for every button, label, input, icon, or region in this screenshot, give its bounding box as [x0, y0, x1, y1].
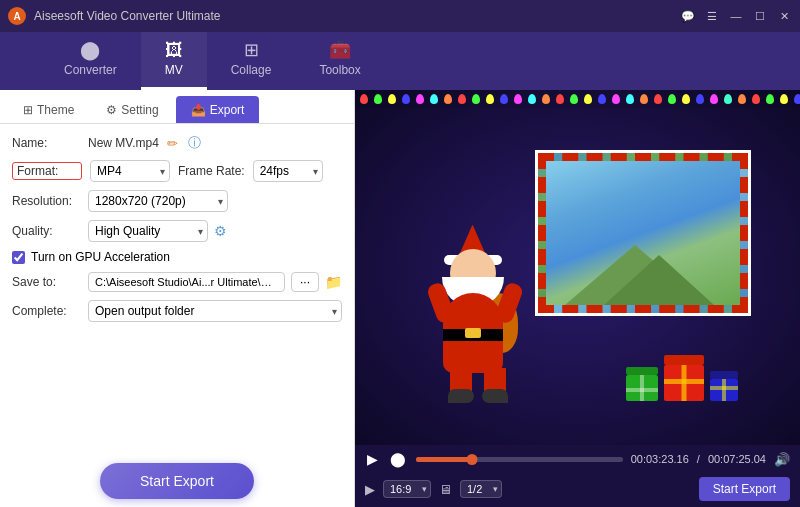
stop-button[interactable]: ⬤: [388, 451, 408, 467]
video-controls-2: ▶ 16:94:31:1 🖥 1/2 Start Export: [355, 473, 800, 507]
quality-label: Quality:: [12, 224, 82, 238]
name-info-button[interactable]: ⓘ: [186, 134, 203, 152]
light-bulb: [612, 94, 620, 104]
santa: [428, 233, 518, 403]
gift-2: [664, 355, 704, 401]
tab-converter[interactable]: ⬤ Converter: [40, 31, 141, 90]
gift-ribbon-h-1: [626, 388, 658, 392]
light-bulb: [374, 94, 382, 104]
saveto-browse-button[interactable]: ···: [291, 272, 319, 292]
quality-select-wrapper: High QualityStandard QualityLow Quality: [88, 220, 208, 242]
tab-toolbox-label: Toolbox: [319, 63, 360, 77]
theme-tab-icon: ⊞: [23, 103, 33, 117]
santa-boot-right: [482, 389, 508, 403]
format-select-wrapper: MP4MOVAVIMKV: [90, 160, 170, 182]
subtab-theme[interactable]: ⊞ Theme: [8, 96, 89, 123]
resolution-label: Resolution:: [12, 194, 82, 208]
time-separator: /: [697, 453, 700, 465]
play-button[interactable]: ▶: [365, 451, 380, 467]
light-bulb: [360, 94, 368, 104]
light-bulb: [402, 94, 410, 104]
title-bar: A Aiseesoft Video Converter Ultimate 💬 ☰…: [0, 0, 800, 32]
format-row: Format: MP4MOVAVIMKV Frame Rate: 24fps30…: [12, 160, 342, 182]
resolution-row: Resolution: 1280x720 (720p)1920x1080 (10…: [12, 190, 342, 212]
format-label: Format:: [12, 162, 82, 180]
light-bulb: [416, 94, 424, 104]
saveto-row: Save to: C:\Aiseesoft Studio\Ai...r Ulti…: [12, 272, 342, 292]
complete-label: Complete:: [12, 304, 82, 318]
name-edit-button[interactable]: ✏: [165, 136, 180, 151]
volume-button[interactable]: 🔊: [774, 452, 790, 467]
gift-3: [710, 371, 738, 401]
light-bulb: [696, 94, 704, 104]
gift-lid-2: [664, 355, 704, 365]
tab-toolbox[interactable]: 🧰 Toolbox: [295, 31, 384, 90]
start-export-right-button[interactable]: Start Export: [699, 477, 790, 501]
sub-tabs: ⊞ Theme ⚙ Setting 📤 Export: [0, 90, 354, 124]
minimize-button[interactable]: —: [728, 8, 744, 24]
monitor-icon: ▶: [365, 482, 375, 497]
light-bulb: [514, 94, 522, 104]
setting-tab-icon: ⚙: [106, 103, 117, 117]
quality-select[interactable]: High QualityStandard QualityLow Quality: [88, 220, 208, 242]
video-controls: ▶ ⬤ 00:03:23.16 / 00:07:25.04 🔊: [355, 445, 800, 473]
complete-select-wrapper: Open output folderDo nothingShut down: [88, 300, 342, 322]
left-panel: ⊞ Theme ⚙ Setting 📤 Export Name: New MV.…: [0, 90, 355, 507]
complete-select[interactable]: Open output folderDo nothingShut down: [88, 300, 342, 322]
page-select[interactable]: 1/2: [460, 480, 502, 498]
maximize-button[interactable]: ☐: [752, 8, 768, 24]
tab-mv-label: MV: [165, 63, 183, 77]
toolbox-icon: 🧰: [329, 39, 351, 61]
subtab-setting[interactable]: ⚙ Setting: [91, 96, 173, 123]
tab-converter-label: Converter: [64, 63, 117, 77]
progress-bar[interactable]: [416, 457, 623, 462]
light-bulb: [682, 94, 690, 104]
resolution-select[interactable]: 1280x720 (720p)1920x1080 (1080p)3840x216…: [88, 190, 228, 212]
chat-button[interactable]: 💬: [680, 8, 696, 24]
ratio-select[interactable]: 16:94:31:1: [383, 480, 431, 498]
app-icon: A: [8, 7, 26, 25]
start-export-button[interactable]: Start Export: [100, 463, 254, 499]
right-panel: ▶ ⬤ 00:03:23.16 / 00:07:25.04 🔊 ▶ 16:94:…: [355, 90, 800, 507]
menu-button[interactable]: ☰: [704, 8, 720, 24]
format-select[interactable]: MP4MOVAVIMKV: [90, 160, 170, 182]
complete-row: Complete: Open output folderDo nothingSh…: [12, 300, 342, 322]
light-bulb: [654, 94, 662, 104]
tab-collage-label: Collage: [231, 63, 272, 77]
light-bulb: [584, 94, 592, 104]
export-tab-icon: 📤: [191, 103, 206, 117]
quality-settings-button[interactable]: ⚙: [214, 223, 227, 239]
light-bulb: [640, 94, 648, 104]
light-bulb: [444, 94, 452, 104]
framerate-select[interactable]: 24fps30fps60fps: [253, 160, 323, 182]
light-bulb: [738, 94, 746, 104]
gpu-checkbox[interactable]: [12, 251, 25, 264]
quality-row: Quality: High QualityStandard QualityLow…: [12, 220, 342, 242]
light-bulb: [780, 94, 788, 104]
resolution-select-wrapper: 1280x720 (720p)1920x1080 (1080p)3840x216…: [88, 190, 228, 212]
santa-scene: [408, 143, 748, 403]
gpu-label: Turn on GPU Acceleration: [31, 250, 170, 264]
light-bulb: [528, 94, 536, 104]
collage-icon: ⊞: [244, 39, 259, 61]
light-bulb: [458, 94, 466, 104]
progress-thumb: [466, 454, 477, 465]
ratio-select-wrapper: 16:94:31:1: [383, 480, 431, 498]
tab-collage[interactable]: ⊞ Collage: [207, 31, 296, 90]
santa-leg-left: [450, 368, 472, 403]
subtab-export[interactable]: 📤 Export: [176, 96, 260, 123]
santa-leg-right: [484, 368, 506, 403]
saveto-path: C:\Aiseesoft Studio\Ai...r Ultimate\MV E…: [88, 272, 285, 292]
saveto-folder-button[interactable]: 📁: [325, 274, 342, 290]
light-bulb: [724, 94, 732, 104]
export-form: Name: New MV.mp4 ✏ ⓘ Format: MP4MOVAVIMK…: [0, 124, 354, 451]
close-button[interactable]: ✕: [776, 8, 792, 24]
tab-mv[interactable]: 🖼 MV: [141, 32, 207, 90]
santa-legs: [450, 368, 506, 403]
light-bulb: [752, 94, 760, 104]
gift-box-2: [664, 365, 704, 401]
photo-frame-inner: [546, 161, 740, 305]
app-title: Aiseesoft Video Converter Ultimate: [34, 9, 680, 23]
lights-bar: [355, 90, 800, 108]
gift-ribbon-h-2: [664, 379, 704, 384]
